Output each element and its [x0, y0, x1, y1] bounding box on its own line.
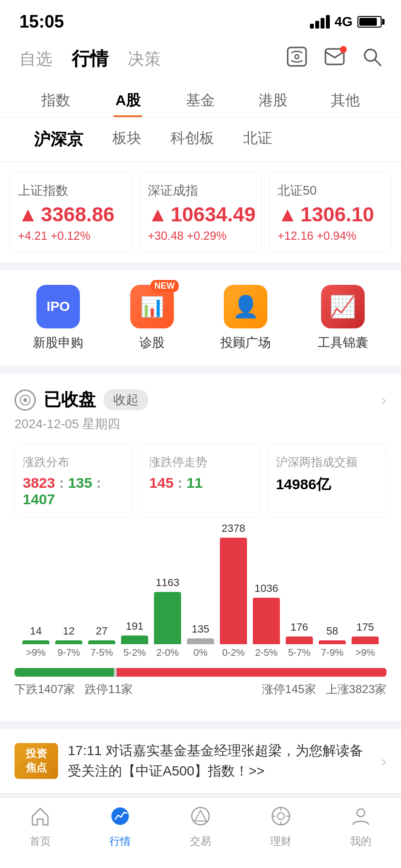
svg-point-6 [23, 398, 27, 402]
bottom-nav-finance[interactable]: 理财 [241, 806, 321, 849]
bar-green [154, 592, 181, 644]
bottom-nav-trade[interactable]: 交易 [160, 806, 241, 849]
bar-bottom-label: >9% [355, 647, 375, 658]
nav-item-zixuan[interactable]: 自选 [19, 48, 52, 70]
sub-tab-kechuang[interactable]: 科创板 [156, 123, 229, 156]
index-card-shenzh[interactable]: 深证成指 ▲ 10634.49 +30.48 +0.29% [139, 172, 262, 253]
bar-green [88, 640, 115, 644]
bar-red [253, 598, 280, 644]
sub-tab-hushen[interactable]: 沪深京 [19, 123, 98, 156]
bottom-nav-label-home: 首页 [30, 834, 51, 849]
bar-value-label: 58 [326, 625, 338, 637]
cat-tab-zhishu[interactable]: 指数 [19, 84, 92, 117]
market-header: 已收盘 收起 › [15, 388, 386, 412]
status-bar: 15:05 4G [0, 0, 401, 39]
quick-item-tools[interactable]: 📈 工具锦囊 [318, 285, 368, 351]
bar-group: 10362-5% [250, 582, 283, 658]
bar-value-label: 135 [192, 623, 210, 636]
bottom-nav-market[interactable]: 行情 [80, 806, 161, 849]
bar-value-label: 1163 [156, 576, 180, 589]
cat-tab-qita[interactable]: 其他 [309, 84, 382, 117]
bar-value-label: 191 [126, 620, 144, 633]
trade-icon [190, 806, 211, 831]
bar-value-label: 12 [63, 625, 75, 637]
svg-rect-0 [288, 47, 306, 66]
index-name-2: 北证50 [278, 182, 383, 199]
bar-bottom-label: 2-0% [156, 647, 179, 658]
bar-bottom-label: 2-5% [255, 647, 278, 658]
bar-group: 587-9% [316, 625, 349, 658]
tools-icon: 📈 [321, 285, 365, 328]
search-button[interactable] [362, 47, 382, 71]
stat-card-distribution: 涨跌分布 3823 : 135 : 1407 [15, 444, 133, 518]
home-icon [30, 806, 51, 831]
stat-label-0: 涨跌分布 [23, 454, 125, 470]
ipo-icon: IPO [36, 285, 80, 328]
svg-point-11 [278, 813, 284, 820]
bar-red [220, 538, 247, 644]
index-card-beizh50[interactable]: 北证50 ▲ 1306.10 +12.16 +0.94% [269, 172, 391, 253]
limit-down-label: 跌停11家 [85, 682, 133, 697]
bar-group: 14>9% [19, 625, 52, 658]
stat-value-volume: 14986亿 [276, 475, 378, 495]
cat-tab-ganggu[interactable]: 港股 [237, 84, 309, 117]
quick-item-tougu[interactable]: 👤 投顾广场 [220, 285, 271, 351]
bar-bottom-label: 5-2% [123, 647, 146, 658]
index-name-1: 深证成指 [148, 182, 253, 199]
stat-label-2: 沪深两指成交额 [276, 454, 378, 470]
bars-container: 14>9%129-7%277-5%1915-2%11632-0%1350%237… [15, 532, 386, 658]
news-text: 17:11 对话嘉实基金基金经理张超梁，为您解读备受关注的【中证A500】指数！… [68, 741, 371, 781]
distribution-bar [15, 668, 386, 677]
notification-dot [340, 46, 347, 53]
stat-value-distribution: 3823 : 135 : 1407 [23, 475, 125, 508]
distribution-labels: 下跌1407家 跌停11家 涨停145家 上涨3823家 [15, 682, 386, 697]
news-banner[interactable]: 投资 焦点 17:11 对话嘉实基金基金经理张超梁，为您解读备受关注的【中证A5… [0, 729, 401, 793]
cat-tab-agu[interactable]: A股 [92, 84, 165, 117]
quick-item-ipo[interactable]: IPO 新股申购 [33, 285, 83, 351]
index-changes-1: +30.48 +0.29% [148, 229, 253, 243]
market-date: 2024-12-05 星期四 [15, 416, 386, 433]
bar-group: 1350% [184, 623, 217, 658]
stat-label-1: 涨跌停走势 [149, 454, 251, 470]
bottom-nav: 首页 行情 交易 [0, 797, 401, 868]
nav-item-juece[interactable]: 决策 [128, 48, 161, 70]
bar-bottom-label: 0-2% [222, 647, 245, 658]
index-changes-0: +4.21 +0.12% [18, 229, 123, 243]
category-tabs: 指数 A股 基金 港股 其他 [0, 79, 401, 118]
nav-item-hangqing[interactable]: 行情 [72, 46, 108, 71]
profile-icon [350, 806, 371, 831]
bar-group: 23780-2% [217, 522, 250, 658]
finance-icon [270, 806, 292, 831]
up-count-label: 上涨3823家 [326, 682, 386, 697]
bar-group: 11632-0% [151, 576, 184, 658]
sub-tab-bankuai[interactable]: 板块 [98, 123, 156, 156]
avatar-button[interactable] [287, 46, 307, 71]
svg-point-1 [295, 55, 299, 59]
bar-green [55, 640, 82, 644]
chevron-right-icon[interactable]: › [381, 391, 386, 409]
status-icons: 4G [310, 14, 382, 30]
market-title: 已收盘 [44, 388, 96, 412]
quick-label-tougu: 投顾广场 [220, 334, 271, 351]
sub-tab-beizh[interactable]: 北证 [229, 123, 287, 156]
bottom-nav-home[interactable]: 首页 [0, 806, 80, 849]
bottom-nav-label-trade: 交易 [190, 834, 211, 849]
zhengu-icon: 📊 NEW [130, 285, 174, 328]
bar-value-label: 27 [96, 625, 108, 637]
bar-value-label: 1036 [255, 582, 278, 595]
svg-point-16 [357, 809, 365, 817]
bar-chart: 14>9%129-7%277-5%1915-2%11632-0%1350%237… [15, 532, 386, 707]
limit-up-label: 涨停145家 [262, 682, 316, 697]
down-count-label: 下跌1407家 [15, 682, 75, 697]
sub-tabs: 沪深京 板块 科创板 北证 [0, 118, 401, 161]
quick-label-ipo: 新股申购 [33, 334, 83, 351]
cat-tab-jijin[interactable]: 基金 [164, 84, 237, 117]
quick-item-zhengu[interactable]: 📊 NEW 诊股 [130, 285, 174, 351]
bar-group: 1915-2% [118, 620, 151, 658]
bar-bottom-label: >9% [26, 647, 46, 658]
index-card-shangzheng[interactable]: 上证指数 ▲ 3368.86 +4.21 +0.12% [10, 172, 132, 253]
mail-button[interactable] [324, 48, 345, 70]
bottom-nav-profile[interactable]: 我的 [321, 806, 401, 849]
bar-value-label: 14 [30, 625, 42, 637]
collapse-button[interactable]: 收起 [104, 389, 148, 410]
